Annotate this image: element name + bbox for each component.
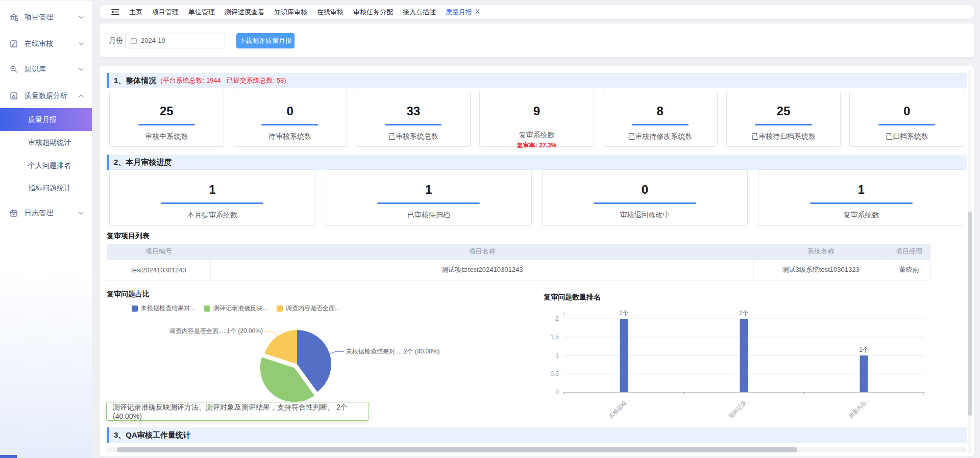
stat-card-re-review: 9 复审系统数 复审率: 27.3% (479, 91, 594, 147)
svg-text:1: 1 (555, 352, 559, 359)
stat-label: 复审系统数 (519, 131, 555, 140)
svg-text:1.5: 1.5 (550, 334, 559, 341)
tab-online-review[interactable]: 在线审核 (317, 8, 344, 17)
sidebar-subitem-quality-monthly-report[interactable]: 质量月报 (0, 108, 92, 131)
tab-quality-monthly-report[interactable]: 质量月报 X (446, 8, 480, 17)
stat-label: 已审核系统总数 (388, 132, 438, 141)
report-card: 1、整体情况 (平台系统总数: 1944 已提交系统总数: 58) 25 审核中… (100, 66, 974, 456)
tab-evaluation-progress[interactable]: 测评进度查看 (225, 8, 264, 17)
edit-icon (9, 39, 18, 48)
stat-underline (632, 124, 689, 125)
stat-value: 1 (857, 184, 864, 196)
month-picker-input[interactable]: 2024-10 (125, 33, 225, 48)
col-project-id: 项目编号 (107, 244, 211, 260)
cell-project-name: 测试项目test202410301243 (210, 260, 753, 280)
calendar-icon (130, 37, 137, 44)
svg-text:1个: 1个 (859, 346, 869, 353)
stat-label: 待审核系统数 (268, 132, 311, 141)
stat-card-to-modify: 8 已审核待修改系统数 (603, 91, 718, 147)
top-tab-bar: 主页 项目管理 单位管理 测评进度查看 知识库审核 在线审核 审核任务分配 接入… (100, 5, 974, 19)
section-note: (平台系统总数: 1944 已提交系统总数: 58) (160, 76, 286, 85)
stat-value: 1 (209, 184, 215, 196)
chevron-down-icon (79, 68, 84, 71)
svg-text:未根据检查结果对...: 2个 (40.00%): 未根据检查结果对...: 2个 (40.00%) (346, 348, 439, 355)
stat-label: 复审系统数 (843, 211, 879, 220)
cell-project-id: test202410301243 (107, 260, 211, 280)
stat-value: 0 (642, 184, 648, 196)
chevron-down-icon (79, 42, 84, 45)
sidebar-item-knowledge-base[interactable]: 知识库 (0, 58, 92, 81)
chart-document-icon (9, 91, 18, 100)
tab-project-management[interactable]: 项目管理 (152, 8, 179, 17)
col-project-manager: 项目经理 (888, 244, 930, 260)
section-header-overall: 1、整体情况 (平台系统总数: 1944 已提交系统总数: 58) (107, 73, 967, 88)
review-project-list-title: 复审项目列表 (107, 232, 150, 241)
sidebar-item-quality-data-analysis[interactable]: 质量数据分析 (0, 85, 92, 107)
svg-text:0.5: 0.5 (550, 370, 559, 377)
monthly-stats-row: 1 本月提审系统数 1 已审核待归档 0 审核退回修改中 1 复审系统数 (109, 169, 964, 226)
svg-text:2: 2 (555, 315, 559, 322)
horizontal-scrollbar (107, 447, 967, 452)
overall-stats-row: 25 审核中系统数 0 待审核系统数 33 已审核系统总数 9 复审系统数 复审… (109, 91, 964, 147)
tab-unit-management[interactable]: 单位管理 (188, 8, 215, 17)
stat-card-pending-review: 0 待审核系统数 (233, 91, 348, 147)
section-header-monthly: 2、本月审核进度 (107, 155, 967, 170)
legend-item[interactable]: 调查内容是否全面... (277, 304, 340, 313)
tab-knowledge-review[interactable]: 知识库审核 (274, 8, 307, 17)
stat-underline (810, 202, 913, 204)
sidebar-subitem-indicator-issue-stats[interactable]: 指标问题统计 (0, 176, 92, 199)
stat-card-archived: 0 已归档系统数 (849, 91, 964, 147)
vertical-scrollbar-thumb[interactable] (968, 212, 972, 416)
pie-legend: 未根据检查结果对... 测评记录准确反映... 调查内容是否全面... (132, 304, 340, 313)
sidebar-item-log-management[interactable]: 日志管理 (0, 202, 92, 224)
stat-underline (594, 202, 696, 204)
cell-system-name: 测试3级系统test10301323 (754, 260, 888, 280)
stat-card-to-archive: 25 已审核待归档系统数 (726, 91, 841, 147)
sidebar-item-online-review[interactable]: 在线审核 (0, 33, 92, 55)
stat-label: 已归档系统数 (886, 132, 928, 141)
legend-item[interactable]: 测评记录准确反映... (204, 304, 267, 313)
chevron-up-icon (79, 94, 84, 97)
horizontal-scrollbar-thumb[interactable] (117, 447, 797, 452)
svg-text:未根据检...: 未根据检... (607, 396, 631, 420)
stat-card-reviewed-total: 33 已审核系统总数 (356, 91, 471, 147)
tab-access-point-description[interactable]: 接入点描述 (403, 8, 436, 17)
sidebar-subitem-overdue-review-stats[interactable]: 审核超期统计 (0, 131, 92, 154)
stat-card-month-returned: 0 审核退回修改中 (542, 169, 748, 226)
sidebar-item-project-management[interactable]: 项目管理 (0, 6, 92, 29)
stat-label: 已审核待归档 (407, 211, 450, 220)
filter-card: 月份 2024-10 下载测评质量月报 (100, 23, 974, 57)
stat-value: 25 (160, 105, 174, 117)
stat-underline (377, 202, 480, 204)
chevron-down-icon (79, 212, 84, 215)
pie-chart-title: 复审问题占比 (107, 290, 150, 299)
month-value: 2024-10 (141, 37, 165, 44)
review-project-table: 项目编号 项目名称 系统名称 项目经理 test202410301243 测试项… (107, 244, 930, 281)
close-tab-icon[interactable]: X (475, 8, 480, 17)
sidebar-item-label: 项目管理 (24, 13, 53, 22)
table-header-row: 项目编号 项目名称 系统名称 项目经理 (107, 244, 930, 260)
stat-underline (261, 124, 318, 125)
tab-home[interactable]: 主页 (129, 8, 142, 17)
collapse-sidebar-icon[interactable] (111, 9, 119, 15)
stat-card-month-to-archive: 1 已审核待归档 (326, 169, 532, 226)
bar-chart[interactable]: 00.511.52↑2个未根据检...2个测评记录...1个调查内容... (531, 290, 970, 425)
svg-text:↑: ↑ (562, 310, 566, 318)
legend-swatch (204, 306, 210, 312)
table-row: test202410301243 测试项目test202410301243 测试… (107, 260, 930, 280)
svg-text:调查内容...: 调查内容... (847, 396, 871, 420)
stat-card-month-re-review: 1 复审系统数 (758, 169, 964, 226)
stat-underline (878, 124, 935, 125)
svg-text:调查内容是否全面...: 1个 (20.00%): 调查内容是否全面...: 1个 (20.00%) (169, 327, 263, 335)
sidebar-item-label: 质量数据分析 (24, 91, 67, 100)
download-report-button[interactable]: 下载测评质量月报 (236, 33, 295, 48)
svg-text:2个: 2个 (619, 310, 629, 317)
stat-value: 8 (657, 105, 664, 117)
svg-text:0: 0 (555, 389, 559, 396)
chevron-down-icon (79, 16, 84, 19)
sidebar-item-label: 日志管理 (24, 209, 53, 218)
legend-item[interactable]: 未根据检查结果对... (132, 304, 195, 313)
sidebar-subitem-personal-issue-ranking[interactable]: 个人问题排名 (0, 154, 92, 176)
tab-label: 质量月报 (446, 8, 472, 17)
tab-review-task-assignment[interactable]: 审核任务分配 (353, 8, 393, 17)
